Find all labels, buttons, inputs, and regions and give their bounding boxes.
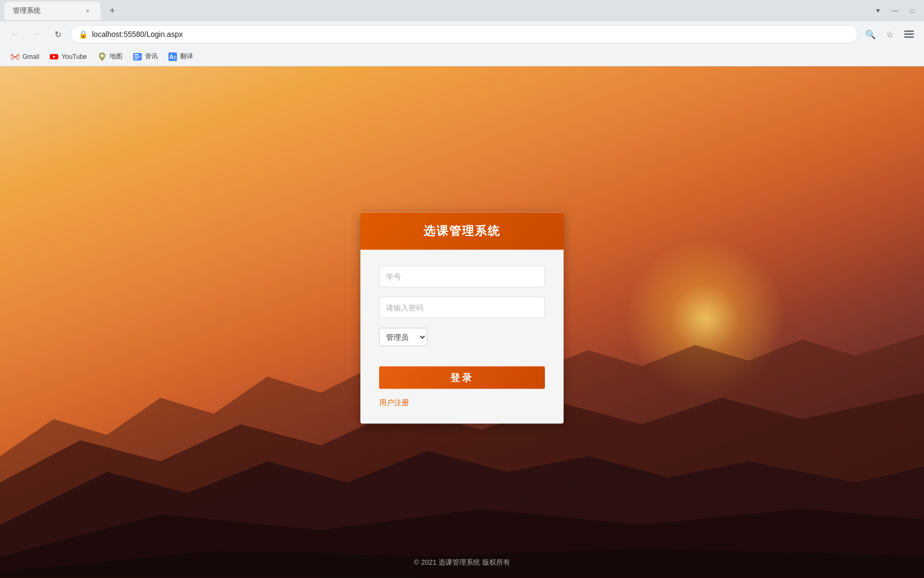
bookmark-maps[interactable]: 地图 bbox=[94, 50, 127, 63]
svg-text:文: 文 bbox=[173, 55, 177, 60]
browser-tab[interactable]: 管理系统 × bbox=[4, 2, 101, 20]
svg-rect-9 bbox=[134, 56, 141, 57]
reload-button[interactable]: ↻ bbox=[49, 26, 66, 43]
new-tab-button[interactable]: + bbox=[105, 3, 120, 18]
bookmark-translate[interactable]: A 文 翻译 bbox=[164, 50, 197, 63]
login-header: 选课管理系统 bbox=[360, 212, 564, 250]
news-icon bbox=[133, 52, 142, 61]
maps-label: 地图 bbox=[110, 52, 122, 61]
login-button[interactable]: 登录 bbox=[379, 367, 545, 389]
youtube-icon bbox=[50, 52, 58, 61]
maximize-button[interactable]: □ bbox=[905, 3, 920, 18]
svg-rect-1 bbox=[904, 34, 914, 35]
security-icon: 🔒 bbox=[79, 30, 88, 39]
svg-rect-10 bbox=[134, 57, 140, 58]
password-group bbox=[379, 297, 545, 318]
url-bar[interactable]: 🔒 localhost:55580/Login.aspx bbox=[71, 25, 858, 43]
address-bar: ← → ↻ 🔒 localhost:55580/Login.aspx 🔍 ☆ bbox=[0, 21, 924, 47]
url-text: localhost:55580/Login.aspx bbox=[92, 30, 850, 39]
title-bar: 管理系统 × + ▼ — □ bbox=[0, 0, 924, 21]
register-link[interactable]: 用户注册 bbox=[379, 398, 409, 407]
login-title: 选课管理系统 bbox=[371, 223, 553, 239]
page-footer: © 2021 选课管理系统 版权所有 bbox=[0, 558, 924, 567]
svg-rect-8 bbox=[134, 54, 138, 55]
news-label: 资讯 bbox=[145, 52, 158, 61]
back-button[interactable]: ← bbox=[6, 26, 24, 43]
dropdown-button[interactable]: ▼ bbox=[871, 3, 886, 18]
username-group bbox=[379, 266, 545, 287]
forward-button[interactable]: → bbox=[28, 26, 45, 43]
bookmarks-bar: Gmail YouTube 地图 bbox=[0, 47, 924, 66]
translate-icon: A 文 bbox=[168, 52, 177, 61]
page-content: 选课管理系统 管理员 学生 教师 登录 用户注册 © 2021 选课管 bbox=[0, 66, 924, 578]
svg-rect-2 bbox=[904, 36, 914, 38]
bookmarks-menu-icon[interactable] bbox=[900, 26, 918, 43]
bookmark-news[interactable]: 资讯 bbox=[129, 50, 162, 63]
bookmark-star-icon[interactable]: ☆ bbox=[881, 26, 898, 43]
gmail-icon bbox=[11, 52, 19, 61]
window-controls: ▼ — □ bbox=[871, 3, 920, 18]
search-icon[interactable]: 🔍 bbox=[862, 26, 879, 43]
copyright-text: © 2021 选课管理系统 版权所有 bbox=[414, 558, 510, 566]
login-card: 选课管理系统 管理员 学生 教师 登录 用户注册 bbox=[360, 212, 564, 424]
svg-rect-0 bbox=[904, 31, 914, 32]
toolbar-icons: 🔍 ☆ bbox=[862, 26, 918, 43]
role-group: 管理员 学生 教师 bbox=[379, 328, 545, 346]
tab-close-button[interactable]: × bbox=[83, 6, 92, 15]
minimize-button[interactable]: — bbox=[888, 3, 903, 18]
youtube-label: YouTube bbox=[61, 53, 87, 60]
bookmark-youtube[interactable]: YouTube bbox=[45, 50, 91, 63]
svg-rect-11 bbox=[134, 58, 138, 59]
bookmark-gmail[interactable]: Gmail bbox=[6, 50, 43, 63]
password-input[interactable] bbox=[379, 297, 545, 318]
role-select[interactable]: 管理员 学生 教师 bbox=[379, 328, 427, 346]
tab-title: 管理系统 bbox=[13, 6, 79, 16]
maps-icon bbox=[98, 52, 106, 61]
browser-chrome: 管理系统 × + ▼ — □ ← → ↻ 🔒 localhost:55580/L… bbox=[0, 0, 924, 66]
translate-label: 翻译 bbox=[180, 52, 193, 61]
svg-point-6 bbox=[101, 54, 103, 57]
username-input[interactable] bbox=[379, 266, 545, 287]
gmail-label: Gmail bbox=[22, 53, 39, 60]
login-body: 管理员 学生 教师 登录 用户注册 bbox=[360, 250, 564, 424]
